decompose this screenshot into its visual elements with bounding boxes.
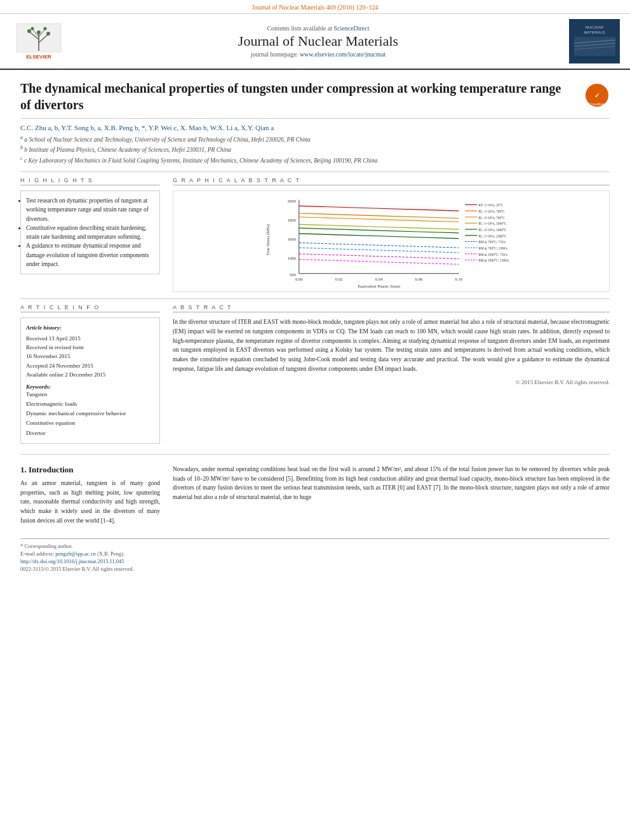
article-info-box: Article history: Received 13 April 2015 … — [20, 317, 160, 444]
svg-point-8 — [31, 27, 34, 30]
svg-text:RM at 1000°C: 735/s: RM at 1000°C: 735/s — [478, 253, 507, 257]
journal-homepage: journal homepage: www.elsevier.com/locat… — [75, 51, 561, 58]
svg-text:CrossMark: CrossMark — [589, 102, 605, 106]
keyword-1: Tungsten — [26, 390, 154, 399]
keyword-5: Divertor — [26, 429, 154, 438]
sciencedirect-link[interactable]: ScienceDirect — [333, 25, 369, 32]
authors-text: C.C. Zhu a, b, Y.T. Song b, a, X.B. Peng… — [20, 124, 274, 131]
svg-text:✓: ✓ — [594, 92, 600, 99]
svg-text:2000: 2000 — [287, 199, 296, 203]
abstract-label: A B S T R A C T — [173, 304, 610, 312]
bottom-divider — [20, 454, 610, 455]
keywords-label: Keywords: — [26, 383, 154, 390]
intro-section-title: 1. Introduction — [20, 465, 160, 475]
highlights-box: Test research on dynamic properties of t… — [20, 190, 160, 274]
intro-left-col: 1. Introduction As an armor material, tu… — [20, 465, 160, 526]
authors-section: C.C. Zhu a, b, Y.T. Song b, a, X.B. Peng… — [20, 124, 610, 165]
graphical-abstract-label: G R A P H I C A L A B S T R A C T — [173, 177, 610, 185]
journal-citation: Journal of Nuclear Materials 469 (2016) … — [252, 4, 379, 11]
svg-text:NUCLEAR: NUCLEAR — [585, 25, 603, 29]
svg-text:0.00: 0.00 — [295, 277, 303, 282]
svg-text:500: 500 — [290, 272, 297, 277]
keyword-3: Dynamic mechanical compressive behavior — [26, 409, 154, 418]
svg-rect-15 — [574, 37, 615, 56]
journal-center-info: Contents lists available at ScienceDirec… — [75, 25, 561, 58]
contents-line: Contents lists available at ScienceDirec… — [75, 25, 561, 32]
introduction-section: 1. Introduction As an armor material, tu… — [20, 465, 610, 526]
journal-logo-right: NUCLEAR MATERIALS — [569, 19, 620, 63]
received-date: Received 13 April 2015 — [26, 334, 154, 343]
svg-point-6 — [27, 29, 31, 33]
affiliation-c: c c Key Laboratory of Mechanics in Fluid… — [20, 155, 610, 165]
affiliation-a: a a School of Nuclear Science and Techno… — [20, 134, 610, 144]
revised-date: 16 November 2015 — [26, 352, 154, 361]
svg-text:1400: 1400 — [287, 256, 296, 260]
highlights-graphical-row: H I G H L I G H T S Test research on dyn… — [20, 171, 610, 292]
highlight-item-2: Constitutive equation describing strain … — [26, 223, 154, 242]
keyword-4: Constitutive equation — [26, 418, 154, 428]
article-info-col: A R T I C L E I N F O Article history: R… — [20, 304, 160, 444]
issn-note: 0022-3115/© 2015 Elsevier B.V. All right… — [20, 566, 610, 572]
article-dates: Article history: Received 13 April 2015 … — [26, 323, 154, 379]
svg-text:1600: 1600 — [287, 237, 296, 241]
svg-text:RM at 700°C: 1500/s: RM at 700°C: 1500/s — [478, 246, 507, 250]
svg-text:ELSEVIER: ELSEVIER — [26, 54, 51, 60]
highlight-item-3: A guidance to estimate dynamical respons… — [26, 241, 154, 269]
journal-header: ELSEVIER Contents lists available at Sci… — [0, 14, 630, 70]
abstract-text: In the divertor structure of ITER and EA… — [173, 317, 610, 373]
authors-line: C.C. Zhu a, b, Y.T. Song b, a, X.B. Peng… — [20, 124, 610, 131]
info-abstract-row: A R T I C L E I N F O Article history: R… — [20, 298, 610, 444]
keywords-list: Tungsten Electromagnetic loads Dynamic m… — [26, 390, 154, 438]
article-title: The dynamical mechanical properties of t… — [20, 80, 574, 113]
abstract-col: A B S T R A C T In the divertor structur… — [173, 304, 610, 444]
svg-text:0.10: 0.10 — [455, 277, 463, 282]
svg-text:RM at 1000°C: 1500/s: RM at 1000°C: 1500/s — [478, 259, 509, 263]
affiliations: a a School of Nuclear Science and Techno… — [20, 134, 610, 165]
highlight-item-1: Test research on dynamic properties of t… — [26, 196, 154, 223]
elsevier-logo: ELSEVIER — [10, 20, 67, 63]
highlights-label: H I G H L I G H T S — [20, 177, 160, 185]
highlights-col: H I G H L I G H T S Test research on dyn… — [20, 177, 160, 292]
article-info-label: A R T I C L E I N F O — [20, 304, 160, 312]
intro-right-col: Nowadays, under normal operating conditi… — [173, 465, 610, 526]
available-date: Available online 2 December 2015 — [26, 370, 154, 379]
keywords-section: Keywords: Tungsten Electromagnetic loads… — [26, 383, 154, 438]
article-title-section: The dynamical mechanical properties of t… — [20, 80, 610, 119]
intro-right-text: Nowadays, under normal operating conditi… — [173, 465, 610, 502]
svg-text:0.02: 0.02 — [335, 277, 343, 282]
doi-link[interactable]: http://dx.doi.org/10.1016/j.jnucmat.2015… — [20, 558, 610, 564]
graphical-abstract-col: G R A P H I C A L A B S T R A C T 2000 1… — [173, 177, 610, 292]
svg-point-10 — [37, 30, 41, 34]
svg-text:PL: 2×10³/s, 700°C: PL: 2×10³/s, 700°C — [478, 216, 505, 220]
received-revised-label: Received in revised form — [26, 343, 154, 352]
affiliation-b: b b Institute of Plasma Physics, Chinese… — [20, 144, 610, 154]
journal-top-bar: Journal of Nuclear Materials 469 (2016) … — [0, 0, 630, 14]
page-footer: * Corresponding author. E-mail address: … — [20, 538, 610, 572]
keyword-2: Electromagnetic loads — [26, 399, 154, 409]
highlights-list: Test research on dynamic properties of t… — [26, 196, 154, 269]
history-label: Article history: — [26, 323, 154, 332]
accepted-date: Accepted 24 November 2015 — [26, 361, 154, 370]
main-content: The dynamical mechanical properties of t… — [0, 70, 630, 583]
crossmark-badge[interactable]: ✓ CrossMark — [584, 83, 610, 108]
svg-text:PL: 2×10³/s, 1000°C: PL: 2×10³/s, 1000°C — [478, 228, 507, 232]
svg-text:0.04: 0.04 — [375, 277, 383, 282]
svg-text:True Stress (MPa): True Stress (MPa) — [265, 224, 271, 255]
homepage-url[interactable]: www.elsevier.com/locate/jnucmat — [300, 51, 385, 58]
graphical-abstract-chart: 2000 1800 1600 1400 500 0.00 0.02 0.04 0… — [173, 190, 610, 292]
svg-text:RT: 1×10³/s, 25°C: RT: 1×10³/s, 25°C — [478, 204, 503, 208]
svg-text:PL: 1×10³/s, 1000°C: PL: 1×10³/s, 1000°C — [478, 222, 507, 226]
svg-point-9 — [44, 27, 47, 30]
email-link[interactable]: pengxb@ipp.ac.cn — [55, 550, 96, 557]
svg-text:0.06: 0.06 — [415, 277, 423, 282]
intro-left-text: As an armor material, tungsten is of man… — [20, 479, 160, 526]
svg-text:Equivalent Plastic Strain: Equivalent Plastic Strain — [358, 284, 401, 288]
journal-title: Journal of Nuclear Materials — [75, 33, 561, 50]
svg-text:MATERIALS: MATERIALS — [584, 30, 605, 34]
svg-text:PL: 1×10³/s, 1200°C: PL: 1×10³/s, 1200°C — [478, 234, 507, 238]
svg-text:RM at 700°C: 735/s: RM at 700°C: 735/s — [478, 241, 506, 244]
svg-point-7 — [46, 32, 50, 36]
corresponding-author-note: * Corresponding author. — [20, 543, 610, 549]
svg-text:PL: 1×10³/s, 700°C: PL: 1×10³/s, 700°C — [478, 210, 505, 213]
email-note: E-mail address: pengxb@ipp.ac.cn (X.B. P… — [20, 550, 610, 557]
